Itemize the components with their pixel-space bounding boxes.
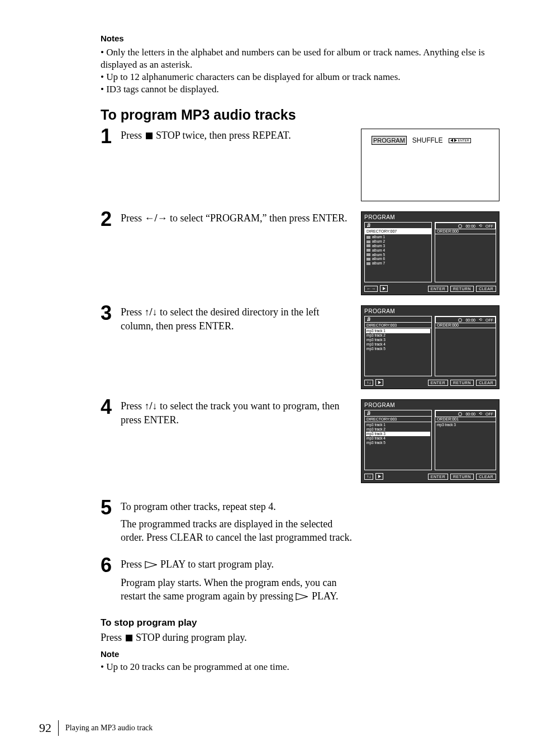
repeat-icon: ⟲ <box>479 224 482 228</box>
osd-note-icon-row <box>365 316 431 323</box>
footer-title: Playing an MP3 audio track <box>65 724 153 733</box>
step-number: 6 <box>101 555 121 575</box>
step-text: Press <box>121 212 145 224</box>
osd-album-list: album 1 album 2 album 3 album 4 album 5 … <box>365 234 431 266</box>
clock-icon <box>458 224 462 228</box>
stop-text: Press <box>101 632 125 643</box>
arrow-up-down-icon <box>145 306 158 318</box>
repeat-icon: ⟲ <box>479 318 482 322</box>
music-note-icon <box>367 223 371 228</box>
osd-display-4: PROGRAM DIRECTORY:003 mp3 track 1 mp3 tr… <box>361 399 499 483</box>
osd-off: OFF <box>486 224 493 228</box>
folder-icon <box>367 244 370 247</box>
svg-marker-1 <box>296 593 307 600</box>
osd-left-panel: DIRECTORY:003 mp3 track 1 mp3 track 2 mp… <box>364 316 432 376</box>
osd-enter-button: ENTER <box>428 380 448 386</box>
osd-clear-button: CLEAR <box>476 380 496 386</box>
list-item: Up to 20 tracks can be programmed at one… <box>101 661 499 673</box>
osd-note-icon-row <box>365 410 431 417</box>
osd-enter-button: ENTER <box>428 474 448 480</box>
step-4: 4 Press to select the track you want to … <box>101 399 499 483</box>
osd-play-icon <box>380 285 388 292</box>
osd-directory-label: DIRECTORY:007 <box>365 229 431 234</box>
osd-order-label: ORDER:001 <box>435 417 496 422</box>
clock-icon <box>458 318 462 322</box>
osd-left-panel: DIRECTORY:003 mp3 track 1 mp3 track 2 mp… <box>364 410 432 470</box>
lcd-program-label: PROGRAM <box>372 136 407 145</box>
osd-clear-button: CLEAR <box>476 474 496 480</box>
osd-track-list: mp3 track 1 mp3 track 2 mp3 track 3 mp3 … <box>365 328 431 351</box>
step-text: Press <box>121 559 145 570</box>
footer-divider <box>58 720 59 736</box>
play-icon <box>296 590 308 604</box>
section-title: To program MP3 audio tracks <box>101 107 499 123</box>
osd-play-icon <box>375 473 383 480</box>
folder-icon <box>367 258 370 261</box>
osd-arrows-icon: ↑↓ <box>364 474 373 480</box>
step-text: to select “PROGRAM,” then press ENTER. <box>170 212 347 224</box>
list-item: ID3 tags cannot be displayed. <box>101 83 499 96</box>
stop-heading: To stop program play <box>101 617 499 629</box>
stop-icon <box>126 635 132 641</box>
step-number: 1 <box>101 126 121 147</box>
step-3: 3 Press to select the desired directory … <box>101 305 499 389</box>
osd-clear-button: CLEAR <box>476 286 496 292</box>
step-text: STOP twice, then press REPEAT. <box>156 130 291 141</box>
step-number: 4 <box>101 397 121 417</box>
osd-time: 00:00 <box>465 318 475 322</box>
lcd-display-1: PROGRAM SHUFFLE ENTER <box>361 129 499 201</box>
step-text: The programmed tracks are displayed in t… <box>121 517 354 545</box>
osd-left-panel: DIRECTORY:007 album 1 album 2 album 3 al… <box>364 222 432 282</box>
osd-title: PROGRAM <box>364 214 496 220</box>
osd-title: PROGRAM <box>364 402 496 408</box>
osd-return-button: RETURN <box>450 380 474 386</box>
folder-icon <box>367 262 370 265</box>
osd-track-list: mp3 track 1 mp3 track 2 mp3 track 3 mp3 … <box>365 422 431 445</box>
osd-return-button: RETURN <box>450 286 474 292</box>
step-6: 6 Press PLAY to start program play. Prog… <box>101 557 499 607</box>
step-number: 5 <box>101 498 121 518</box>
step-text: Press <box>121 130 145 141</box>
osd-right-panel: 00:00 ⟲ OFF ORDER:001 mp3 track 3 <box>435 410 496 470</box>
music-note-icon <box>367 317 371 322</box>
note-list: Up to 20 tracks can be programmed at one… <box>101 661 499 673</box>
osd-order-list: mp3 track 3 <box>435 422 496 428</box>
osd-right-panel: 00:00 ⟲ OFF ORDER:000 <box>435 222 496 282</box>
folder-icon <box>367 236 370 239</box>
step-number: 2 <box>101 209 121 229</box>
folder-icon <box>367 240 370 243</box>
svg-marker-0 <box>145 561 156 568</box>
notes-heading: Notes <box>101 34 499 43</box>
list-item: Only the letters in the alphabet and num… <box>101 46 499 71</box>
page-number: 92 <box>39 721 51 735</box>
osd-order-label: ORDER:000 <box>435 229 496 234</box>
arrow-left-right-icon <box>145 212 168 224</box>
note-heading: Note <box>101 649 499 659</box>
stop-icon <box>146 133 153 139</box>
play-icon <box>145 559 157 572</box>
step-text: Press <box>121 306 145 318</box>
osd-off: OFF <box>486 412 493 416</box>
stop-text: STOP during program play. <box>136 632 247 643</box>
lcd-enter-icon: ENTER <box>449 138 471 143</box>
step-1: 1 Press STOP twice, then press REPEAT. P… <box>101 129 499 201</box>
step-text: PLAY. <box>312 590 339 602</box>
step-text: To program other tracks, repeat step 4. <box>121 500 354 513</box>
osd-time: 00:00 <box>465 224 475 228</box>
osd-time: 00:00 <box>465 412 475 416</box>
osd-directory-label: DIRECTORY:003 <box>365 323 431 328</box>
folder-icon <box>367 253 370 256</box>
osd-return-button: RETURN <box>450 474 474 480</box>
page-footer: 92 Playing an MP3 audio track <box>39 720 153 736</box>
osd-title: PROGRAM <box>364 308 496 314</box>
list-item: Up to 12 alphanumeric characters can be … <box>101 71 499 83</box>
arrow-up-down-icon <box>145 400 158 412</box>
step-text: Press <box>121 400 145 412</box>
osd-arrows-icon: ↑↓ <box>364 380 373 386</box>
osd-order-label: ORDER:000 <box>435 323 496 328</box>
osd-directory-label: DIRECTORY:003 <box>365 417 431 422</box>
step-text: PLAY to start program play. <box>160 559 274 570</box>
music-note-icon <box>367 411 371 415</box>
clock-icon <box>458 412 462 416</box>
notes-list: Only the letters in the alphabet and num… <box>101 46 499 96</box>
